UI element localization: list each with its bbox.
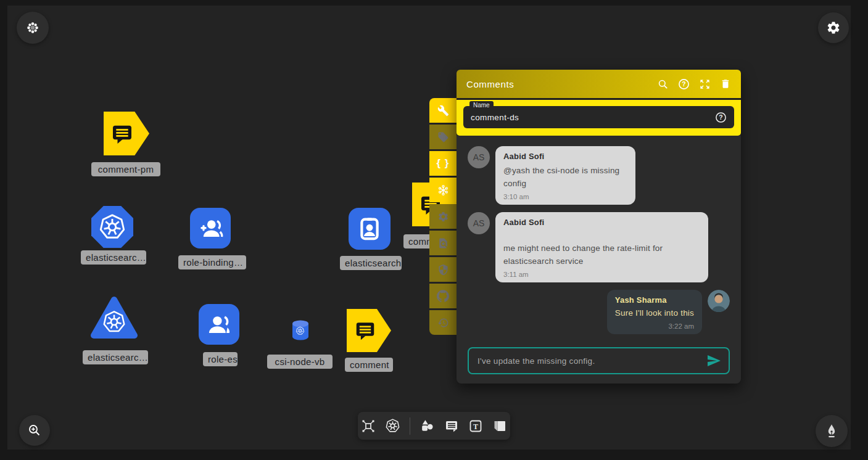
- toolbar-divider: [410, 417, 410, 435]
- message-author: Yash Sharma: [615, 295, 694, 305]
- tool-json-config[interactable]: { }: [429, 151, 457, 176]
- message-bubble: Yash Sharma Sure I'll look into this 3:2…: [607, 290, 702, 334]
- id-badge-icon: [357, 216, 382, 242]
- tool-inspect[interactable]: [429, 231, 457, 255]
- delete-button[interactable]: [715, 75, 736, 93]
- node-graph-tool[interactable]: [361, 419, 376, 433]
- comments-panel: Comments ?: [457, 70, 741, 384]
- settings-button[interactable]: [818, 12, 849, 43]
- node-elasticsearch-serviceaccount[interactable]: [349, 208, 391, 250]
- node-elasticsearch-octagon[interactable]: [91, 206, 133, 248]
- node-csi-node-vb[interactable]: [290, 319, 311, 342]
- menu-button[interactable]: [17, 12, 49, 44]
- node-label: elasticsearc…: [81, 250, 146, 265]
- node-label: comment: [345, 358, 393, 372]
- node-label: csi-node-vb: [267, 355, 333, 369]
- shield-icon: [437, 264, 449, 276]
- comment-message: AS Aabid Sofi me might need to change th…: [468, 212, 730, 282]
- name-field-label: Name: [469, 101, 494, 110]
- comment-message: AS Aabid Sofi @yash the csi-node is miss…: [468, 146, 730, 205]
- panel-title: Comments: [466, 79, 652, 89]
- tool-mesh[interactable]: [429, 178, 457, 202]
- help-icon: ?: [678, 78, 690, 90]
- kubernetes-tool[interactable]: [385, 418, 400, 433]
- kubernetes-wheel-icon: [296, 326, 305, 335]
- tool-configure[interactable]: [429, 98, 457, 123]
- frame-border: [0, 450, 868, 460]
- kubernetes-wheel-icon: [102, 310, 126, 334]
- comment-icon: [110, 121, 134, 146]
- app-canvas: comment-pm elasticsearc… role-binding… e…: [0, 0, 868, 460]
- avatar: AS: [468, 146, 490, 168]
- kubernetes-wheel-icon: [385, 418, 400, 433]
- node-comment-pm[interactable]: [104, 112, 149, 155]
- users-icon: [206, 311, 232, 337]
- wrench-icon: [437, 105, 449, 117]
- message-author: Aabid Sofi: [503, 218, 700, 227]
- add-user-icon: [197, 215, 223, 241]
- history-icon: [437, 317, 449, 329]
- pen-tool-button[interactable]: [816, 415, 848, 447]
- mesh-hub-icon: [437, 184, 450, 197]
- search-button[interactable]: [652, 75, 673, 93]
- svg-text:T: T: [473, 422, 478, 430]
- help-icon[interactable]: ?: [715, 112, 727, 123]
- send-icon[interactable]: [706, 353, 721, 368]
- comment-message: Yash Sharma Sure I'll look into this 3:2…: [468, 290, 730, 334]
- node-role-es[interactable]: [199, 304, 239, 345]
- text-tool[interactable]: T: [468, 419, 483, 433]
- svg-text:?: ?: [719, 114, 722, 121]
- tool-settings[interactable]: [429, 204, 457, 229]
- comments-panel-header: Comments ?: [457, 70, 741, 98]
- svg-text:?: ?: [682, 81, 685, 88]
- avatar: AS: [468, 212, 490, 234]
- message-bubble: Aabid Sofi me might need to change the r…: [495, 212, 708, 282]
- node-label: elasticsearch: [340, 256, 402, 270]
- message-text: me might need to change the rate-limit f…: [503, 242, 700, 268]
- node-label: role-binding…: [178, 255, 246, 269]
- comment-input-value: I've update the missing config.: [477, 356, 706, 366]
- message-time: 3:10 am: [503, 193, 627, 200]
- node-label: elasticsearc…: [83, 350, 148, 364]
- tool-history[interactable]: [429, 310, 457, 335]
- search-icon: [657, 78, 669, 90]
- person-photo-icon: [708, 290, 730, 312]
- kubernetes-wheel-icon: [98, 213, 126, 241]
- message-bubble: Aabid Sofi @yash the csi-node is missing…: [495, 146, 635, 205]
- trash-icon: [720, 78, 731, 89]
- tool-labels[interactable]: [429, 125, 457, 149]
- node-role-binding[interactable]: [190, 208, 231, 248]
- tool-security[interactable]: [429, 257, 457, 282]
- shapes-tool[interactable]: [420, 418, 435, 433]
- expand-button[interactable]: [694, 75, 715, 93]
- comment-input[interactable]: I've update the missing config.: [468, 347, 730, 374]
- message-time: 3:11 am: [503, 271, 700, 278]
- node-elasticsearch-triangle[interactable]: [89, 294, 139, 343]
- node-label: comment-pm: [91, 162, 160, 176]
- magnifier-plus-icon: [27, 423, 42, 438]
- name-field-value: comment-ds: [471, 113, 715, 122]
- shapes-icon: [420, 418, 435, 433]
- comment-tool[interactable]: [444, 419, 459, 433]
- comment-icon: [353, 319, 377, 342]
- name-input[interactable]: Name comment-ds ?: [463, 106, 734, 128]
- pen-nib-icon: [824, 423, 840, 439]
- tool-github[interactable]: [429, 284, 457, 308]
- comment-icon: [444, 419, 459, 433]
- shape-palette-toolbar: T: [358, 412, 510, 440]
- braces-icon: { }: [437, 157, 450, 170]
- message-text: @yash the csi-node is missing config: [503, 164, 627, 190]
- zoom-in-button[interactable]: [19, 415, 50, 446]
- frame-border: [0, 0, 7, 460]
- frame-border: [0, 0, 868, 6]
- message-text: Sure I'll look into this: [615, 306, 694, 319]
- node-comment[interactable]: [347, 309, 391, 352]
- gear-icon: [826, 20, 841, 35]
- help-button[interactable]: ?: [673, 75, 694, 93]
- name-field-section: Name comment-ds ?: [457, 98, 741, 136]
- note-tool[interactable]: [492, 419, 507, 433]
- tag-icon: [437, 131, 449, 143]
- avatar-photo: [708, 290, 730, 312]
- gear-icon: [437, 211, 449, 223]
- message-author: Aabid Sofi: [503, 152, 627, 161]
